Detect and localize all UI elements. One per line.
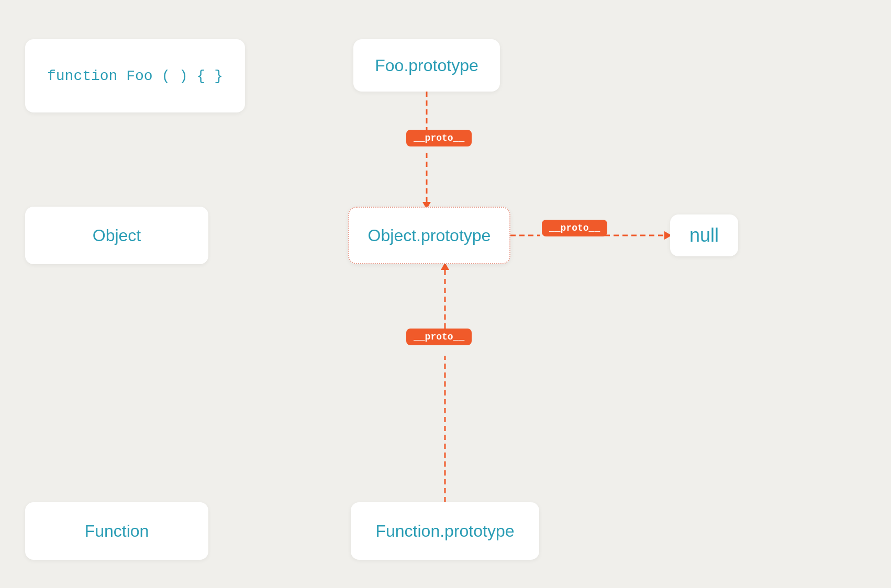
object-prototype-box: Object.prototype — [348, 207, 510, 264]
function-foo-box: function Foo ( ) { } — [25, 39, 245, 112]
null-box: null — [670, 214, 738, 256]
proto-badge-2: __proto__ — [542, 220, 607, 236]
function-label: Function — [85, 522, 149, 541]
function-prototype-box: Function.prototype — [351, 502, 539, 560]
proto-badge-1: __proto__ — [406, 130, 472, 146]
proto-badge-3: __proto__ — [406, 329, 472, 345]
object-prototype-label: Object.prototype — [368, 226, 491, 245]
function-foo-label: function Foo ( ) { } — [47, 68, 223, 84]
foo-prototype-box: Foo.prototype — [353, 39, 500, 92]
foo-prototype-label: Foo.prototype — [375, 56, 478, 75]
null-label: null — [689, 224, 719, 246]
function-prototype-label: Function.prototype — [375, 522, 514, 541]
function-box: Function — [25, 502, 208, 560]
object-label: Object — [93, 226, 141, 245]
object-box: Object — [25, 207, 208, 264]
